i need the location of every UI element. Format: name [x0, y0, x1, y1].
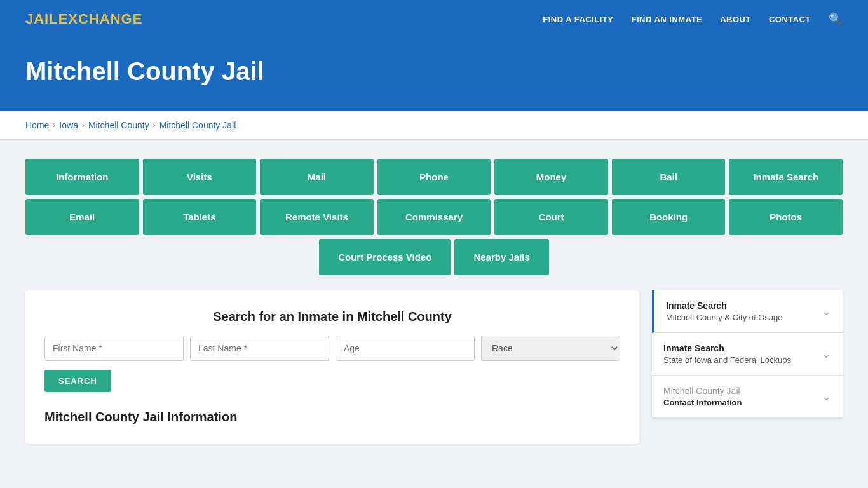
sidebar-panel: Inmate Search Mitchell County & City of …: [652, 290, 843, 418]
btn-nearby-jails[interactable]: Nearby Jails: [454, 239, 548, 275]
btn-information[interactable]: Information: [25, 159, 139, 195]
btn-mail[interactable]: Mail: [260, 159, 374, 195]
hero-section: Mitchell County Jail: [0, 38, 868, 111]
btn-commissary[interactable]: Commissary: [377, 199, 491, 235]
btn-remote-visits[interactable]: Remote Visits: [260, 199, 374, 235]
sidebar-item-1-title: Inmate Search: [663, 343, 791, 353]
sidebar-item-0-title: Inmate Search: [666, 301, 783, 311]
logo-jail: JAIL: [25, 11, 58, 27]
breadcrumb-sep-2: ›: [82, 121, 85, 130]
race-select[interactable]: Race: [481, 336, 620, 361]
btn-tablets[interactable]: Tablets: [143, 199, 257, 235]
breadcrumb-mitchell-county[interactable]: Mitchell County: [88, 120, 149, 130]
main-content: Information Visits Mail Phone Money Bail…: [0, 140, 868, 463]
sidebar-item-2-title: Mitchell County Jail: [663, 386, 742, 396]
breadcrumb-sep-3: ›: [153, 121, 156, 130]
bottom-section: Search for an Inmate in Mitchell County …: [25, 290, 843, 444]
chevron-down-icon-0: ⌄: [822, 304, 831, 318]
button-row-3: Court Process Video Nearby Jails: [25, 239, 843, 275]
age-input[interactable]: [336, 336, 475, 361]
breadcrumb-iowa[interactable]: Iowa: [59, 120, 78, 130]
logo-exchange: EXCHANGE: [58, 11, 143, 27]
btn-bail[interactable]: Bail: [612, 159, 726, 195]
chevron-down-icon-1: ⌄: [822, 347, 831, 361]
breadcrumb-bar: Home › Iowa › Mitchell County › Mitchell…: [0, 111, 868, 140]
sidebar-item-0-sub: Mitchell County & City of Osage: [666, 313, 783, 322]
breadcrumb-sep-1: ›: [53, 121, 55, 130]
info-section-heading: Mitchell County Jail Information: [44, 410, 620, 424]
sidebar-item-1[interactable]: Inmate Search State of Iowa and Federal …: [652, 333, 843, 376]
button-row-2: Email Tablets Remote Visits Commissary C…: [25, 199, 843, 235]
search-fields: Race: [44, 336, 620, 361]
nav-about[interactable]: ABOUT: [720, 13, 751, 25]
btn-booking[interactable]: Booking: [612, 199, 726, 235]
site-logo[interactable]: JAILEXCHANGE: [25, 11, 142, 27]
search-panel: Search for an Inmate in Mitchell County …: [25, 290, 639, 444]
last-name-input[interactable]: [190, 336, 329, 361]
sidebar-item-2[interactable]: Mitchell County Jail Contact Information…: [652, 376, 843, 418]
search-title: Search for an Inmate in Mitchell County: [44, 309, 620, 324]
chevron-down-icon-2: ⌄: [822, 390, 831, 403]
btn-court[interactable]: Court: [494, 199, 608, 235]
page-title: Mitchell County Jail: [25, 57, 843, 86]
nav-find-facility[interactable]: FIND A FACILITY: [543, 13, 613, 25]
button-row-1: Information Visits Mail Phone Money Bail…: [25, 159, 843, 195]
nav-find-inmate[interactable]: FIND AN INMATE: [631, 13, 702, 25]
breadcrumb-home[interactable]: Home: [25, 120, 49, 130]
btn-money[interactable]: Money: [494, 159, 608, 195]
btn-email[interactable]: Email: [25, 199, 139, 235]
breadcrumb-mitchell-county-jail[interactable]: Mitchell County Jail: [159, 120, 236, 130]
btn-phone[interactable]: Phone: [377, 159, 491, 195]
first-name-input[interactable]: [44, 336, 184, 361]
btn-inmate-search[interactable]: Inmate Search: [729, 159, 843, 195]
breadcrumb: Home › Iowa › Mitchell County › Mitchell…: [25, 120, 843, 130]
btn-visits[interactable]: Visits: [143, 159, 257, 195]
nav-links: FIND A FACILITY FIND AN INMATE ABOUT CON…: [543, 12, 843, 26]
nav-contact[interactable]: CONTACT: [769, 13, 811, 25]
sidebar-item-0[interactable]: Inmate Search Mitchell County & City of …: [652, 290, 843, 333]
sidebar-item-2-sub: Contact Information: [663, 398, 742, 407]
btn-court-process-video[interactable]: Court Process Video: [319, 239, 451, 275]
search-icon[interactable]: 🔍: [829, 12, 843, 26]
search-button[interactable]: SEARCH: [44, 370, 111, 392]
sidebar-item-1-sub: State of Iowa and Federal Lockups: [663, 355, 791, 365]
btn-photos[interactable]: Photos: [729, 199, 843, 235]
navbar: JAILEXCHANGE FIND A FACILITY FIND AN INM…: [0, 0, 868, 38]
